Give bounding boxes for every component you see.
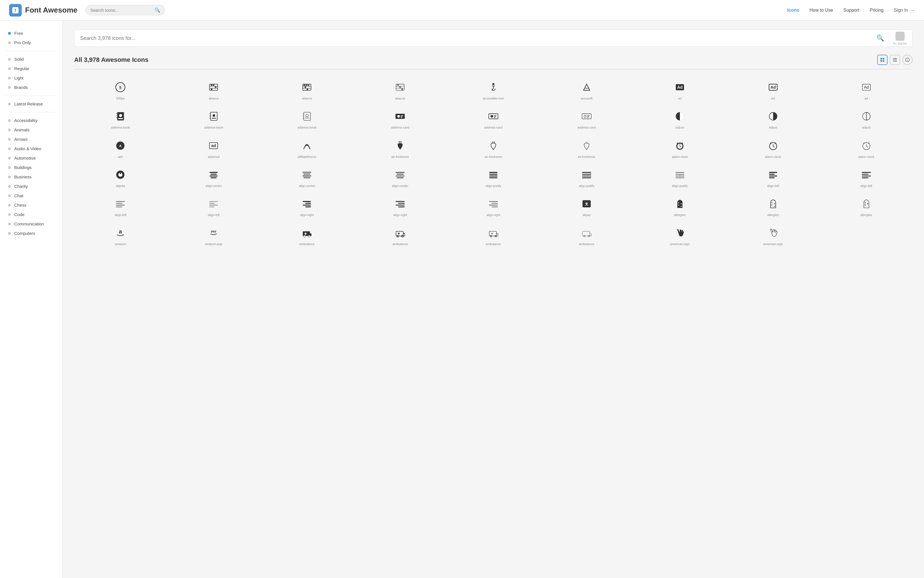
logo-area[interactable]: f Font Awesome (9, 4, 77, 16)
icon-cell-ad-2[interactable]: Ad ad (727, 75, 819, 104)
icon-cell-airfresh-3[interactable]: air-freshener (540, 134, 633, 162)
sidebar-item-buildings[interactable]: Buildings (0, 163, 62, 172)
sidebar-item-regular[interactable]: Regular (0, 64, 62, 73)
icon-cell-align-right-1[interactable]: align-right (261, 192, 353, 220)
svg-rect-3 (883, 58, 884, 60)
main-search[interactable]: 🔍 by algolia (74, 30, 913, 47)
icon-cell-align-right-2[interactable]: align-right (354, 192, 447, 220)
svg-rect-110 (303, 172, 311, 173)
main-search-input[interactable] (80, 35, 874, 41)
icon-cell-abacus-2[interactable]: abacus (261, 75, 353, 104)
list-view-button[interactable] (890, 55, 900, 65)
icon-cell-asl-1[interactable]: american-sign (633, 221, 726, 249)
sidebar-item-computers[interactable]: Computers (0, 229, 62, 238)
info-button[interactable]: i (902, 55, 913, 65)
icon-label-abacus-1: abacus (209, 96, 219, 100)
sidebar-dot-animals (8, 128, 11, 132)
icon-cell-allergies-1[interactable]: allergies (633, 192, 726, 220)
icon-cell-alarm-3[interactable]: alarm-clock (820, 134, 913, 162)
grid-view-button[interactable] (877, 55, 888, 65)
icon-cell-alarm-2[interactable]: alarm-clock (727, 134, 819, 162)
sidebar-dot-code (8, 213, 11, 216)
nav-pricing[interactable]: Pricing (870, 8, 883, 13)
nav-support[interactable]: Support (843, 8, 859, 13)
icon-label-allergies-1: allergies (674, 213, 686, 217)
sign-in-button[interactable]: Sign In → (894, 8, 915, 13)
icon-cell-address-card-1[interactable]: address-card (354, 104, 447, 133)
icon-cell-align-left-2[interactable]: align-left (820, 163, 913, 191)
icon-cell-ad-1[interactable]: Ad ad (633, 75, 726, 104)
icon-cell-align-center-1[interactable]: align-center (168, 163, 260, 191)
header-search[interactable]: 🔍 (85, 5, 165, 15)
icon-label-address-card-2: address-card (484, 125, 503, 129)
nav-how-to-use[interactable]: How to Use (810, 8, 833, 13)
icon-cell-alarm-1[interactable]: alarm-clock (633, 134, 726, 162)
svg-rect-4 (880, 60, 882, 62)
icon-cell-address-book-1[interactable]: address-book (74, 104, 167, 133)
svg-point-164 (771, 202, 772, 203)
icon-cell-align-justify-3[interactable]: align-justify (633, 163, 726, 191)
icon-cell-adjust-3[interactable]: adjust (820, 104, 913, 133)
icon-cell-align-justify-2[interactable]: align-justify (540, 163, 633, 191)
icon-cell-adversal[interactable]: ad adversal (168, 134, 260, 162)
sidebar-item-light[interactable]: Light (0, 73, 62, 83)
sidebar-item-chat[interactable]: Chat (0, 191, 62, 200)
icon-cell-align-right-3[interactable]: align-right (447, 192, 540, 220)
icon-cell-ad-3[interactable]: Ad ad (820, 75, 913, 104)
icon-cell-ambulance-4[interactable]: ambulance (540, 221, 633, 249)
icon-cell-address-card-2[interactable]: address-card (447, 104, 540, 133)
sidebar-item-arrows[interactable]: Arrows (0, 135, 62, 144)
sidebar-item-audio-video[interactable]: Audio & Video (0, 144, 62, 153)
icon-cell-address-book-2[interactable]: address-book (168, 104, 260, 133)
icon-cell-asl-2[interactable]: american-sign (727, 221, 819, 249)
icon-cell-alipay[interactable]: 支 alipay (540, 192, 633, 220)
icon-cell-airfresh-2[interactable]: air-freshener (447, 134, 540, 162)
sidebar-item-automotive[interactable]: Automotive (0, 153, 62, 163)
header-search-input[interactable] (90, 8, 152, 13)
icon-cell-ambulance-2[interactable]: ambulance (354, 221, 447, 249)
icon-cell-address-book-3[interactable]: address-book (261, 104, 353, 133)
icon-cell-ambulance-1[interactable]: ambulance (261, 221, 353, 249)
icon-cell-adn[interactable]: A adn (74, 134, 167, 162)
icon-cell-algolia[interactable]: algolia (74, 163, 167, 191)
sidebar-item-charity[interactable]: Charity (0, 182, 62, 191)
nav-icons[interactable]: Icons (787, 8, 799, 13)
icon-cell-amazon-pay[interactable]: pay amazon-pay (168, 221, 260, 249)
icon-cell-ambulance-3[interactable]: ambulance (447, 221, 540, 249)
icon-cell-align-left-1[interactable]: align-left (727, 163, 819, 191)
icon-cell-adjust-1[interactable]: adjust (633, 104, 726, 133)
icon-cell-align-left-4[interactable]: align-left (168, 192, 260, 220)
sidebar-item-latest-release[interactable]: Latest Release (0, 99, 62, 109)
sidebar-label-computers: Computers (14, 231, 35, 236)
icon-cell-allergies-2[interactable]: allergies (727, 192, 819, 220)
sidebar-item-pro-only[interactable]: Pro Only (0, 38, 62, 47)
sidebar-item-solid[interactable]: Solid (0, 54, 62, 64)
sidebar-item-brands[interactable]: Brands (0, 83, 62, 92)
icon-cell-align-center-2[interactable]: align-center (261, 163, 353, 191)
icon-cell-adjust-2[interactable]: adjust (727, 104, 819, 133)
icon-cell-airfresh-1[interactable]: air-freshener (354, 134, 447, 162)
icon-cell-500px[interactable]: 5 500px (74, 75, 167, 104)
sidebar-item-code[interactable]: Code (0, 210, 62, 219)
icon-cell-align-justify-1[interactable]: align-justify (447, 163, 540, 191)
sidebar-item-animals[interactable]: Animals (0, 125, 62, 135)
sidebar-item-communication[interactable]: Communication (0, 219, 62, 229)
sidebar-item-accessibility[interactable]: Accessibility (0, 116, 62, 125)
sidebar-item-free[interactable]: Free (0, 29, 62, 38)
icon-cell-abacus-3[interactable]: abacus (354, 75, 447, 104)
svg-rect-130 (769, 172, 777, 173)
sidebar-item-chess[interactable]: Chess (0, 200, 62, 210)
icon-cell-align-left-3[interactable]: align-left (74, 192, 167, 220)
icon-cell-address-card-3[interactable]: address-card (540, 104, 633, 133)
icon-cell-abacus-1[interactable]: abacus (168, 75, 260, 104)
icon-cell-align-center-3[interactable]: align-center (354, 163, 447, 191)
icon-cell-affiliatetheme[interactable]: affiliatetheme (261, 134, 353, 162)
svg-point-161 (680, 203, 682, 205)
icon-cell-accessible[interactable]: accessible-icon (447, 75, 540, 104)
icon-cell-accusoft[interactable]: accusoft (540, 75, 633, 104)
sidebar-item-business[interactable]: Business (0, 172, 62, 182)
icon-cell-allergies-3[interactable]: allergies (820, 192, 913, 220)
svg-rect-65 (489, 114, 498, 119)
icon-cell-amazon[interactable]: a amazon (74, 221, 167, 249)
svg-point-24 (306, 84, 307, 86)
